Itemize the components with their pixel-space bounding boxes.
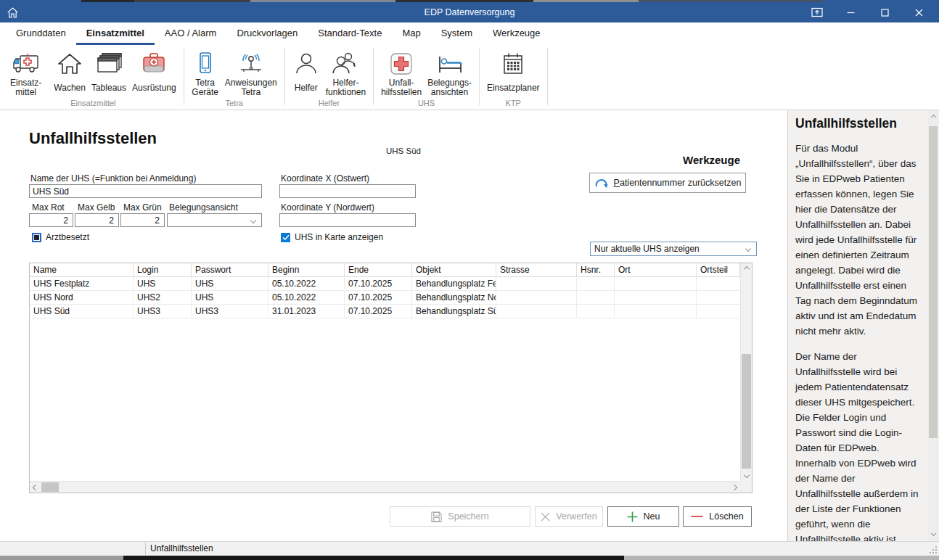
ribbon-button-belegungsansichten[interactable]: Belegungs-ansichten — [425, 49, 475, 98]
close-button[interactable] — [902, 2, 936, 22]
fullscreen-toggle-button[interactable] — [800, 2, 834, 22]
ribbon-button-label: Einsatzplaner — [487, 83, 540, 93]
ribbon-button-einsatzplaner[interactable]: Einsatzplaner — [484, 49, 543, 98]
table-cell: UHS3 — [192, 305, 268, 318]
tableaus-icon — [95, 49, 123, 78]
column-header[interactable]: Strasse — [496, 263, 577, 276]
ribbon-button-label: Ausrüstung — [132, 83, 176, 93]
coord-y-input[interactable] — [279, 213, 416, 227]
column-header[interactable]: Ende — [345, 263, 412, 276]
checkbox-checked-icon — [281, 233, 290, 242]
belegungsansicht-dropdown[interactable] — [167, 213, 262, 227]
table-row[interactable]: UHS Nord UHS2 UHS 05.10.2022 07.10.2025 … — [30, 291, 740, 305]
scroll-down-icon[interactable] — [928, 528, 938, 538]
tetra-antenna-icon — [235, 49, 267, 78]
tab-grunddaten[interactable]: Grunddaten — [6, 22, 76, 45]
new-button[interactable]: Neu — [607, 506, 679, 527]
ribbon-button-unfallhilfsstellen[interactable]: Unfall-hilfsstellen — [378, 49, 425, 98]
tab-einsatzmittel[interactable]: Einsatzmittel — [76, 22, 155, 45]
ribbon-button-label: Tableaus — [91, 83, 126, 93]
maximize-button[interactable] — [868, 2, 902, 22]
table-cell: UHS Süd — [30, 305, 134, 318]
ribbon-button-label: ansichten — [427, 88, 472, 97]
ribbon-button-einsatzmittel[interactable]: Einsatz-mittel — [7, 49, 44, 98]
tab-werkzeuge[interactable]: Werkzeuge — [483, 22, 551, 45]
name-input[interactable] — [29, 184, 262, 198]
scroll-left-icon[interactable] — [30, 482, 41, 493]
max-gelb-input[interactable] — [75, 213, 119, 227]
tab-standard-texte[interactable]: Standard-Texte — [308, 22, 392, 45]
new-button-label: Neu — [644, 511, 660, 522]
reset-patient-number-button[interactable]: Patientennummer zurücksetzen — [589, 173, 746, 193]
tab-druckvorlagen[interactable]: Druckvorlagen — [226, 22, 308, 45]
max-rot-input[interactable] — [29, 213, 73, 227]
coord-x-input[interactable] — [279, 184, 416, 198]
column-header[interactable]: Login — [134, 263, 192, 276]
ribbon-button-wachen[interactable]: Wachen — [51, 49, 89, 98]
max-gruen-input[interactable] — [120, 213, 165, 227]
chevron-down-icon — [745, 246, 751, 252]
coord-x-label: Koordinate X (Ostwert) — [281, 173, 369, 184]
table-row[interactable]: UHS Festplatz UHS UHS 05.10.2022 07.10.2… — [30, 277, 740, 291]
delete-button[interactable]: Löschen — [683, 506, 752, 527]
planner-calendar-icon — [500, 49, 526, 78]
column-header[interactable]: Ortsteil — [697, 263, 740, 276]
discard-button[interactable]: Verwerfen — [535, 506, 603, 527]
table-cell: UHS — [192, 291, 268, 304]
tab-system[interactable]: System — [431, 22, 483, 45]
column-header[interactable]: Objekt — [412, 263, 496, 276]
ribbon-button-tetra-geraete[interactable]: TetraGeräte — [189, 49, 222, 98]
table-vertical-scrollbar[interactable] — [740, 263, 752, 481]
reset-button-label: Patientennummer zurücksetzen — [614, 178, 742, 188]
ribbon-group-label: Tetra — [184, 99, 284, 107]
ribbon-group-helfer: Helfer Helfer-funktionen Helfer — [285, 45, 373, 110]
uhs-in-karte-label: UHS in Karte anzeigen — [295, 232, 383, 242]
ribbon-group-uhs: Unfall-hilfsstellen Belegungs-ansichten … — [374, 45, 479, 110]
tab-map[interactable]: Map — [392, 22, 430, 45]
max-gelb-label: Max Gelb — [78, 202, 115, 213]
plus-icon — [627, 511, 638, 522]
table-cell — [577, 305, 615, 318]
scroll-down-icon[interactable] — [741, 469, 752, 481]
column-header[interactable]: Name — [30, 263, 134, 276]
table-cell — [496, 277, 577, 290]
minimize-icon — [847, 9, 855, 17]
uhs-in-karte-checkbox[interactable]: UHS in Karte anzeigen — [281, 232, 383, 242]
discard-button-label: Verwerfen — [556, 511, 596, 522]
uhs-filter-dropdown[interactable]: Nur aktuelle UHS anzeigen — [590, 242, 757, 256]
arztbesetzt-checkbox[interactable]: Arztbesetzt — [32, 232, 89, 242]
save-button[interactable]: Speichern — [390, 506, 530, 527]
table-horizontal-scrollbar[interactable] — [30, 481, 740, 493]
horizontal-scroll-thumb[interactable] — [41, 482, 59, 492]
ribbon-button-tableaus[interactable]: Tableaus — [89, 49, 129, 98]
column-header[interactable]: Ort — [615, 263, 697, 276]
table-row[interactable]: UHS Süd UHS3 UHS3 31.01.2023 07.10.2025 … — [30, 305, 740, 318]
table-cell — [496, 305, 577, 318]
table-cell: 07.10.2025 — [345, 305, 412, 318]
resize-grip-icon[interactable] — [930, 546, 937, 553]
column-header[interactable]: Beginn — [268, 263, 345, 276]
close-icon — [915, 9, 923, 17]
ribbon-button-helferfunktionen[interactable]: Helfer-funktionen — [323, 49, 369, 98]
scroll-up-icon[interactable] — [928, 112, 938, 122]
tab-aao-alarm[interactable]: AAO / Alarm — [155, 22, 227, 45]
table-cell — [697, 305, 740, 318]
statusbar-separator — [145, 543, 146, 555]
ribbon-button-ausruestung[interactable]: Ausrüstung — [129, 49, 179, 98]
page-title: Unfallhilfsstellen — [29, 129, 157, 148]
ribbon-button-anweisungen-tetra[interactable]: AnweisungenTetra — [222, 49, 280, 98]
sidebar-scroll-thumb[interactable] — [929, 126, 938, 438]
column-header[interactable]: Passwort — [192, 263, 268, 276]
table-cell: 31.01.2023 — [268, 305, 345, 318]
minus-icon — [691, 515, 703, 518]
column-header[interactable]: Hsnr. — [577, 263, 615, 276]
sidebar-scrollbar[interactable] — [928, 110, 938, 541]
vertical-scroll-thumb[interactable] — [742, 354, 751, 469]
helper-icon — [294, 49, 319, 78]
scroll-up-icon[interactable] — [741, 263, 752, 275]
ribbon-group-label: KTP — [480, 99, 547, 107]
minimize-button[interactable] — [834, 2, 868, 22]
chevron-down-icon — [250, 218, 256, 223]
scroll-right-icon[interactable] — [729, 482, 740, 493]
ribbon-button-helfer[interactable]: Helfer — [290, 49, 323, 98]
